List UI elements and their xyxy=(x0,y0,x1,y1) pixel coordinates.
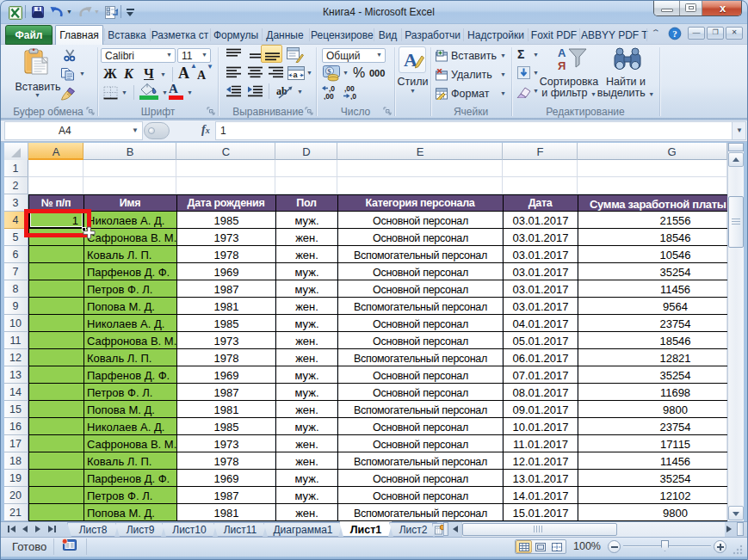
svg-text:Я: Я xyxy=(558,59,566,72)
svg-text:?: ? xyxy=(672,28,677,39)
svg-text:А: А xyxy=(558,46,566,59)
svg-text:,0: ,0 xyxy=(350,92,356,101)
svg-text:,00: ,00 xyxy=(324,92,334,101)
